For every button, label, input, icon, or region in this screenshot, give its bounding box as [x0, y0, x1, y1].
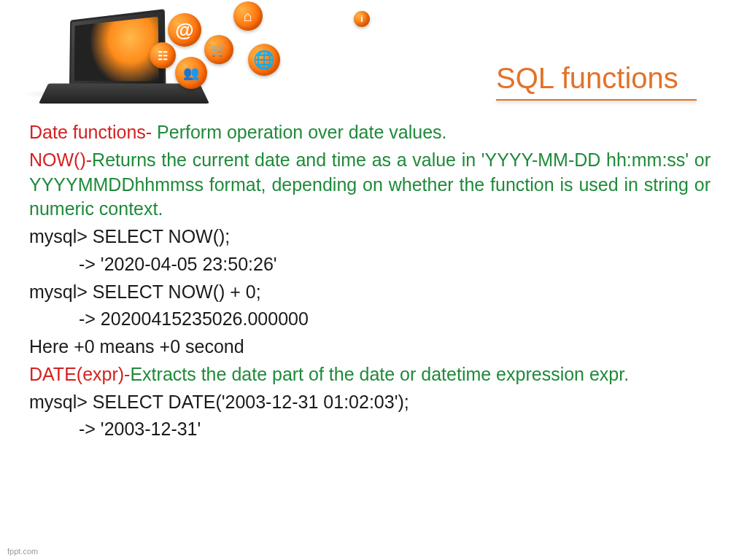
example2-result: -> 20200415235026.000000: [29, 307, 711, 332]
cart-icon: 🛒: [204, 35, 233, 64]
example3-result: -> '2003-12-31': [29, 417, 711, 442]
date-functions-line: Date functions- Perform operation over d…: [29, 120, 711, 145]
example1-cmd: mysql> SELECT NOW();: [29, 225, 711, 249]
network-icon: ☷: [150, 42, 176, 69]
date-expr-desc: Extracts the date part of the date or da…: [130, 364, 629, 384]
now-label: NOW()-: [29, 149, 92, 170]
example1-result: -> '2020-04-05 23:50:26': [29, 252, 711, 277]
people-icon: 👥: [175, 57, 207, 89]
now-line: NOW()-Returns the current date and time …: [29, 148, 711, 222]
date-functions-desc: Perform operation over date values.: [152, 122, 446, 142]
date-expr-label: DATE(expr)-: [29, 364, 130, 384]
title-underline: [496, 99, 697, 101]
date-expr-line: DATE(expr)-Extracts the date part of the…: [29, 362, 711, 387]
at-icon: @: [168, 13, 201, 47]
page-title: SQL functions: [496, 62, 678, 95]
note-line: Here +0 means +0 second: [29, 335, 711, 359]
globe-icon: 🌐: [248, 44, 280, 76]
info-icon: i: [354, 11, 370, 27]
slide-content: Date functions- Perform operation over d…: [29, 120, 711, 445]
example2-cmd: mysql> SELECT NOW() + 0;: [29, 280, 711, 305]
example3-cmd: mysql> SELECT DATE('2003-12-31 01:02:03'…: [29, 390, 711, 415]
date-functions-label: Date functions-: [29, 122, 152, 142]
laptop-graphic: ☷ @ ⌂ 🛒 🌐 👥 i: [29, 0, 292, 113]
now-desc: Returns the current date and time as a v…: [29, 149, 711, 219]
home-icon: ⌂: [233, 1, 263, 31]
footer-watermark: fppt.com: [7, 547, 38, 556]
